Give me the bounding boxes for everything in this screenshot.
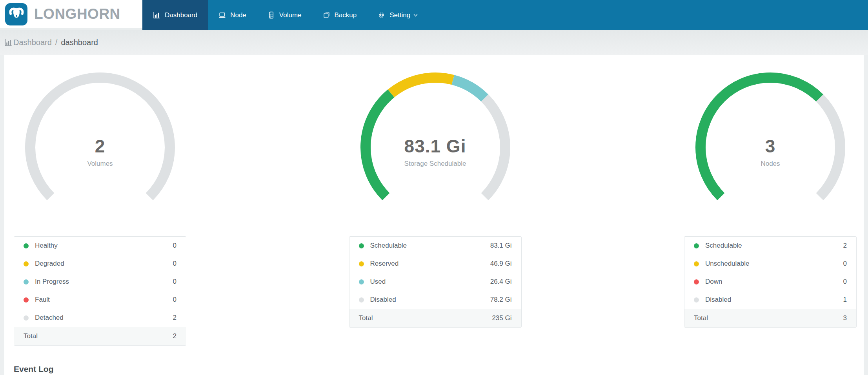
- legend-value: 0: [173, 278, 177, 286]
- legend-table: Schedulable83.1 GiReserved46.9 GiUsed26.…: [349, 236, 522, 328]
- legend-row: Used26.4 Gi: [349, 273, 521, 291]
- gauge-chart: 83.1 GiStorage Schedulable: [353, 71, 518, 212]
- legend-row: Disabled1: [684, 291, 856, 309]
- legend-color-dot: [694, 297, 699, 303]
- legend-value: 2: [173, 314, 177, 322]
- database-icon: [267, 11, 275, 19]
- legend-value: 1: [843, 296, 847, 304]
- legend-total-label: Total: [359, 314, 373, 322]
- legend-label: Detached: [35, 314, 64, 322]
- gauge-chart: 3Nodes: [688, 71, 853, 212]
- legend-row: In Progress0: [14, 273, 186, 291]
- legend-value: 0: [173, 296, 177, 304]
- main-nav: DashboardNodeVolumeBackupSetting: [142, 0, 428, 30]
- nav-tab-backup[interactable]: Backup: [312, 0, 368, 30]
- legend-color-dot: [359, 279, 364, 284]
- legend-label: Schedulable: [370, 242, 407, 250]
- breadcrumb: Dashboard / dashboard: [0, 30, 868, 55]
- legend-total-label: Total: [24, 332, 38, 340]
- legend-color-dot: [694, 261, 699, 266]
- nav-tab-label: Volume: [279, 11, 302, 19]
- legend-total-row: Total235 Gi: [349, 309, 521, 327]
- chevron-down-icon: [413, 14, 418, 17]
- legend-value: 0: [843, 278, 847, 286]
- legend-total-label: Total: [694, 314, 708, 322]
- legend-value: 0: [173, 260, 177, 268]
- legend-color-dot: [694, 243, 699, 248]
- gauge-chart: 2Volumes: [18, 71, 182, 212]
- legend-label: Disabled: [705, 296, 731, 304]
- legend-color-dot: [694, 279, 699, 284]
- laptop-icon: [218, 11, 226, 19]
- legend-label: In Progress: [35, 278, 69, 286]
- legend-value: 2: [843, 242, 847, 250]
- gauge-columns: 2VolumesHealthy0Degraded0In Progress0Fau…: [14, 71, 857, 346]
- legend-total-row: Total2: [14, 327, 186, 345]
- backup-icon: [323, 11, 330, 19]
- legend-row: Fault0: [14, 291, 186, 309]
- legend-label: Unschedulable: [705, 260, 749, 268]
- legend-label: Degraded: [35, 260, 64, 268]
- longhorn-bull-icon: [5, 3, 27, 25]
- legend-row: Schedulable83.1 Gi: [349, 237, 521, 255]
- legend-label: Healthy: [35, 242, 58, 250]
- event-log-title: Event Log: [14, 364, 857, 374]
- breadcrumb-root[interactable]: Dashboard: [13, 38, 52, 47]
- gauge-column: 83.1 GiStorage SchedulableSchedulable83.…: [349, 71, 522, 328]
- legend-color-dot: [24, 315, 29, 321]
- legend-row: Reserved46.9 Gi: [349, 255, 521, 273]
- legend-color-dot: [24, 297, 29, 303]
- gauge-column: 3NodesSchedulable2Unschedulable0Down0Dis…: [684, 71, 857, 328]
- nav-tab-volume[interactable]: Volume: [257, 0, 312, 30]
- legend-value: 83.1 Gi: [490, 242, 512, 250]
- legend-total-value: 2: [173, 332, 177, 340]
- app-header: LONGHORN DashboardNodeVolumeBackupSettin…: [0, 0, 868, 30]
- gauge-column: 2VolumesHealthy0Degraded0In Progress0Fau…: [14, 71, 186, 346]
- dashboard-content: 2VolumesHealthy0Degraded0In Progress0Fau…: [4, 55, 864, 375]
- legend-label: Reserved: [370, 260, 399, 268]
- legend-row: Schedulable2: [684, 237, 856, 255]
- legend-value: 46.9 Gi: [490, 260, 512, 268]
- brand-title: LONGHORN: [34, 6, 120, 22]
- legend-row: Degraded0: [14, 255, 186, 273]
- app-logo[interactable]: LONGHORN: [0, 0, 142, 30]
- breadcrumb-separator: /: [55, 38, 58, 47]
- legend-label: Down: [705, 278, 722, 286]
- legend-row: Disabled78.2 Gi: [349, 291, 521, 309]
- nav-tab-label: Node: [230, 11, 246, 19]
- bar-chart-icon: [4, 38, 13, 47]
- legend-label: Used: [370, 278, 386, 286]
- legend-color-dot: [359, 261, 364, 266]
- legend-color-dot: [24, 279, 29, 284]
- legend-color-dot: [24, 261, 29, 266]
- legend-color-dot: [359, 297, 364, 303]
- legend-total-row: Total3: [684, 309, 856, 327]
- legend-label: Schedulable: [705, 242, 742, 250]
- gear-icon: [378, 11, 385, 19]
- nav-tab-dashboard[interactable]: Dashboard: [142, 0, 208, 30]
- bar-chart-icon: [153, 11, 160, 19]
- legend-value: 0: [173, 242, 177, 250]
- legend-label: Fault: [35, 296, 50, 304]
- nav-tab-label: Backup: [335, 11, 357, 19]
- legend-row: Unschedulable0: [684, 255, 856, 273]
- legend-table: Schedulable2Unschedulable0Down0Disabled1…: [684, 236, 857, 328]
- legend-row: Healthy0: [14, 237, 186, 255]
- nav-tab-label: Dashboard: [165, 11, 197, 19]
- nav-tab-node[interactable]: Node: [208, 0, 257, 30]
- legend-label: Disabled: [370, 296, 396, 304]
- legend-color-dot: [24, 243, 29, 248]
- legend-row: Detached2: [14, 309, 186, 327]
- legend-table: Healthy0Degraded0In Progress0Fault0Detac…: [14, 236, 186, 346]
- legend-value: 0: [843, 260, 847, 268]
- nav-tab-label: Setting: [389, 11, 410, 19]
- legend-row: Down0: [684, 273, 856, 291]
- legend-value: 26.4 Gi: [490, 278, 512, 286]
- nav-tab-setting[interactable]: Setting: [367, 0, 428, 30]
- legend-color-dot: [359, 243, 364, 248]
- legend-total-value: 3: [843, 314, 847, 322]
- legend-value: 78.2 Gi: [490, 296, 512, 304]
- legend-total-value: 235 Gi: [492, 314, 511, 322]
- breadcrumb-current: dashboard: [61, 38, 98, 47]
